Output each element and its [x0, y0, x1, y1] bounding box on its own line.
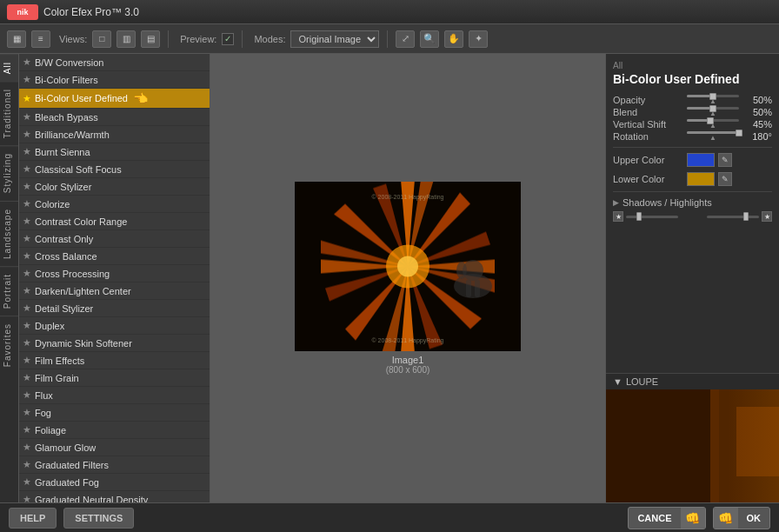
filter-star-icon[interactable]: ★ [23, 198, 31, 209]
filter-star-icon[interactable]: ★ [23, 233, 31, 244]
filter-star-icon[interactable]: ★ [23, 216, 31, 227]
filter-name: Glamour Glow [35, 442, 96, 453]
filter-star-icon[interactable]: ★ [23, 355, 31, 366]
filter-item[interactable]: ★Film Effects [19, 352, 210, 369]
filter-star-icon[interactable]: ★ [23, 285, 31, 296]
upper-color-edit-btn[interactable]: ✎ [718, 153, 732, 167]
filter-star-icon[interactable]: ★ [23, 111, 31, 123]
sh-shadow-btn[interactable]: ★ [613, 211, 623, 222]
filter-item[interactable]: ★Color Stylizer [19, 178, 210, 196]
preview-image-wrap: © 2008-2011 HappyRating © 2008-2011 Happ… [295, 182, 521, 375]
filter-name: Color Stylizer [35, 182, 91, 192]
sh-controls-row: ★ ★ [613, 211, 772, 222]
tab-stylizing[interactable]: Stylizing [0, 145, 18, 200]
filter-star-icon[interactable]: ★ [23, 93, 31, 104]
preview-checkbox[interactable]: ✓ [222, 33, 234, 45]
filter-star-icon[interactable]: ★ [23, 459, 31, 470]
filter-star-icon[interactable]: ★ [23, 407, 31, 418]
sh-highlight-track[interactable] [707, 216, 759, 218]
filter-star-icon[interactable]: ★ [23, 250, 31, 262]
vshift-thumb[interactable] [707, 117, 714, 124]
opacity-thumb[interactable] [709, 93, 716, 100]
filter-star-icon[interactable]: ★ [23, 163, 31, 175]
tab-favorites[interactable]: Favorites [0, 316, 18, 374]
sh-highlight-btn[interactable]: ★ [762, 211, 772, 222]
filter-item[interactable]: ★Graduated Neutral Density [19, 491, 210, 502]
blend-slider-wrap: ▲ [687, 107, 739, 117]
filter-star-icon[interactable]: ★ [23, 424, 31, 436]
sh-highlight-thumb[interactable] [743, 212, 749, 221]
view-split-btn[interactable]: ▥ [117, 30, 136, 48]
filter-item[interactable]: ★Bi-Color User Defined👈 [19, 89, 210, 109]
tab-portrait[interactable]: Portrait [0, 266, 18, 316]
filter-star-icon[interactable]: ★ [23, 181, 31, 192]
filter-star-icon[interactable]: ★ [23, 337, 31, 349]
filter-star-icon[interactable]: ★ [23, 129, 31, 140]
filter-item[interactable]: ★Glamour Glow [19, 439, 210, 456]
cancel-button[interactable]: CANCE [629, 513, 680, 523]
filter-star-icon[interactable]: ★ [23, 320, 31, 331]
filter-item[interactable]: ★Burnt Sienna [19, 143, 210, 161]
rotation-track[interactable] [687, 131, 739, 134]
filter-item[interactable]: ★Cross Processing [19, 265, 210, 283]
filter-item[interactable]: ★Dynamic Skin Softener [19, 335, 210, 352]
filter-star-icon[interactable]: ★ [23, 476, 31, 488]
filter-star-icon[interactable]: ★ [23, 146, 31, 157]
filter-item[interactable]: ★Brilliance/Warmth [19, 126, 210, 143]
blend-track[interactable] [687, 107, 739, 110]
filter-item[interactable]: ★B/W Conversion [19, 54, 210, 71]
filter-star-icon[interactable]: ★ [23, 74, 31, 85]
lower-color-edit-btn[interactable]: ✎ [718, 172, 732, 186]
filter-item[interactable]: ★Bleach Bypass [19, 109, 210, 126]
rotation-thumb[interactable] [736, 130, 742, 136]
zoom-fit-btn[interactable]: ⤢ [396, 30, 415, 48]
sh-shadow-track[interactable] [626, 216, 678, 218]
upper-color-swatch[interactable] [687, 153, 715, 167]
lower-color-swatch[interactable] [687, 172, 715, 186]
opacity-track[interactable] [687, 95, 739, 97]
filter-item[interactable]: ★Duplex [19, 317, 210, 335]
tab-all[interactable]: All [0, 54, 18, 81]
filter-star-icon[interactable]: ★ [23, 372, 31, 383]
sh-shadow-thumb[interactable] [636, 212, 642, 221]
filter-star-icon[interactable]: ★ [23, 268, 31, 279]
zoom-in-btn[interactable]: 🔍 [420, 30, 439, 48]
list-view-btn[interactable]: ≡ [31, 30, 50, 48]
filter-item[interactable]: ★Graduated Fog [19, 474, 210, 491]
filter-star-icon[interactable]: ★ [23, 442, 31, 453]
filter-star-icon[interactable]: ★ [23, 303, 31, 314]
filter-item[interactable]: ★Bi-Color Filters [19, 71, 210, 89]
filter-item[interactable]: ★Film Grain [19, 369, 210, 387]
filter-item[interactable]: ★Contrast Color Range [19, 213, 210, 230]
filter-item[interactable]: ★Graduated Filters [19, 456, 210, 474]
filter-item[interactable]: ★Fog [19, 404, 210, 422]
view-single-btn[interactable]: □ [92, 30, 111, 48]
shadows-highlights-header[interactable]: ▶ Shadows / Highlights [613, 197, 772, 208]
filter-item[interactable]: ★Foliage [19, 422, 210, 439]
settings-button[interactable]: SETTINGS [63, 508, 134, 529]
tab-landscape[interactable]: Landscape [0, 201, 18, 266]
filter-star-icon[interactable]: ★ [23, 57, 31, 68]
filter-item[interactable]: ★Contrast Only [19, 230, 210, 248]
filter-name: Bleach Bypass [35, 112, 98, 123]
help-button[interactable]: HELP [9, 508, 57, 529]
filter-item[interactable]: ★Classical Soft Focus [19, 161, 210, 178]
ok-button[interactable]: OK [738, 513, 770, 523]
pan-btn[interactable]: ✋ [444, 30, 463, 48]
modes-dropdown[interactable]: Original Image [290, 30, 379, 48]
filter-star-icon[interactable]: ★ [23, 389, 31, 401]
filter-item[interactable]: ★Darken/Lighten Center [19, 283, 210, 300]
filter-item[interactable]: ★Flux [19, 387, 210, 404]
grid-view-btn[interactable]: ▦ [7, 30, 26, 48]
filter-item[interactable]: ★Detail Stylizer [19, 300, 210, 317]
filter-name: Flux [35, 390, 53, 401]
filter-item[interactable]: ★Cross Balance [19, 248, 210, 265]
settings-icon-btn[interactable]: ✦ [469, 30, 488, 48]
vshift-track[interactable] [687, 119, 739, 122]
filter-scroll[interactable]: ★B/W Conversion★Bi-Color Filters★Bi-Colo… [19, 54, 210, 502]
blend-thumb[interactable] [709, 105, 716, 112]
filter-star-icon[interactable]: ★ [23, 494, 31, 502]
filter-item[interactable]: ★Colorize [19, 196, 210, 213]
view-compare-btn[interactable]: ▤ [141, 30, 160, 48]
tab-traditional[interactable]: Traditional [0, 81, 18, 145]
